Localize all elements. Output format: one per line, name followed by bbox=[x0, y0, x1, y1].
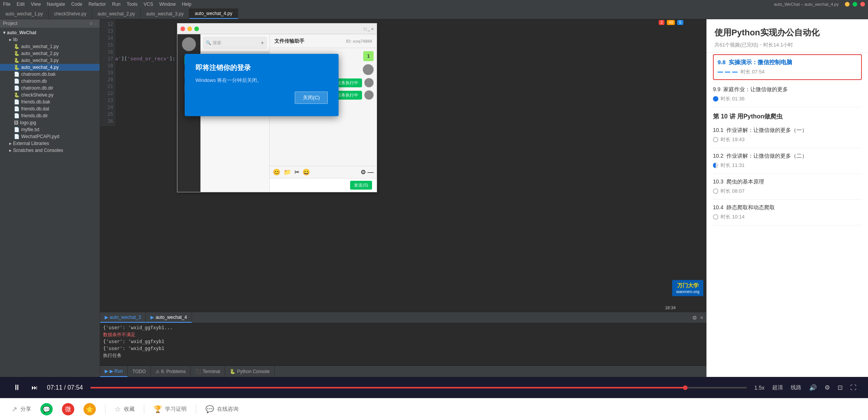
msg-avatar-2 bbox=[364, 78, 374, 87]
tab-auto-wechat-1[interactable]: auto_wechat_1.py bbox=[0, 8, 48, 19]
minimize-button[interactable] bbox=[845, 2, 850, 7]
share-social-wechat[interactable]: 💬 bbox=[40, 403, 53, 415]
pip-button[interactable]: ⊡ bbox=[838, 384, 843, 391]
tab-auto-wechat-3[interactable]: auto_wechat_3.py bbox=[141, 8, 189, 19]
speed-button[interactable]: 1.5x bbox=[754, 385, 765, 391]
tab-problems[interactable]: ⚠ 6: Problems bbox=[151, 366, 191, 377]
tree-item-file-2[interactable]: 🐍 auto_wechat_2.py bbox=[0, 50, 100, 57]
tree-item-friends-bak[interactable]: 📄 friends.db.bak bbox=[0, 98, 100, 105]
file-icon: 📄 bbox=[14, 134, 20, 139]
tree-item-checkshelve[interactable]: 🐍 checkShelve.py bbox=[0, 92, 100, 98]
skip-next-button[interactable]: ⏭ bbox=[30, 383, 39, 393]
menu-vcs[interactable]: VCS bbox=[144, 2, 153, 7]
menu-help[interactable]: Help bbox=[182, 2, 192, 7]
chat-settings-icon[interactable]: ⚙ bbox=[361, 168, 366, 176]
sticker-icon[interactable]: 😄 bbox=[302, 168, 310, 176]
lesson-10-4[interactable]: 10.4 静态爬取和动态爬取 时长 10:14 bbox=[713, 200, 862, 225]
tree-root[interactable]: ▾ auto_WeChat bbox=[0, 29, 100, 36]
lesson-10-2[interactable]: 10.2 作业讲解：让微信做的更多（二） 时长 11:31 bbox=[713, 148, 862, 174]
tree-item-file-4[interactable]: 🐍 auto_wechat_4.py bbox=[0, 64, 100, 71]
tree-item-label: chatroom.db.dir bbox=[21, 85, 53, 91]
lesson-9-9[interactable]: 9.9 家庭作业：让微信做的更多 时长 01:36 bbox=[713, 82, 862, 107]
tab-checkshelve[interactable]: checkShelve.py bbox=[48, 8, 92, 19]
progress-fill bbox=[90, 387, 688, 388]
consult-item[interactable]: 💬 在线咨询 bbox=[205, 405, 239, 413]
tree-item-friends-dat[interactable]: 📄 friends.db.dat bbox=[0, 105, 100, 112]
run-tab-4[interactable]: ▶ auto_wechat_4 bbox=[146, 312, 192, 323]
wechat-search[interactable]: 🔍 搜索 + bbox=[203, 37, 267, 49]
tree-item-logo[interactable]: 🖼 logo.jpg bbox=[0, 119, 100, 126]
tab-run[interactable]: ▶ ▶ Run bbox=[100, 366, 128, 377]
menu-code[interactable]: Code bbox=[71, 2, 82, 7]
tree-item-friends-dir[interactable]: 📄 friends.db.dir bbox=[0, 112, 100, 119]
add-contact-icon[interactable]: + bbox=[261, 40, 264, 46]
tree-item-wechatpyd[interactable]: 📄 WechatPCAPI.pyd bbox=[0, 133, 100, 140]
file-icon: 📄 bbox=[14, 113, 20, 118]
maximize-button[interactable] bbox=[853, 2, 857, 7]
file-icon: 📄 bbox=[14, 85, 20, 91]
chat-input[interactable] bbox=[274, 183, 350, 188]
bar-3 bbox=[732, 72, 738, 73]
share-item[interactable]: ↗ 分享 bbox=[12, 405, 31, 413]
progress-bar[interactable] bbox=[90, 387, 746, 388]
py-file-icon: 🐍 bbox=[14, 51, 20, 56]
close-button[interactable] bbox=[860, 2, 865, 7]
tree-item-scratches[interactable]: ▸ Scratches and Consoles bbox=[0, 147, 100, 154]
lesson-10-1[interactable]: 10.1 作业讲解：让微信做的更多（一） 时长 19:43 bbox=[713, 122, 862, 148]
certificate-item[interactable]: 🏆 学习证明 bbox=[154, 405, 187, 413]
close-console-icon[interactable]: × bbox=[700, 315, 703, 321]
menu-navigate[interactable]: Navigate bbox=[47, 2, 65, 7]
tab-python-console[interactable]: 🐍 Python Console bbox=[225, 366, 275, 377]
tree-item-chatroom-dir[interactable]: 📄 chatroom.db.dir bbox=[0, 85, 100, 92]
menu-tools[interactable]: Tools bbox=[127, 2, 137, 7]
settings-row: ⚙ — bbox=[361, 168, 374, 176]
console-line-1: {'user': 'wxid_ggfxyb1... bbox=[103, 324, 703, 331]
tree-item-lib[interactable]: ▸ lib bbox=[0, 36, 100, 43]
share-social-star[interactable]: ⭐ bbox=[83, 403, 96, 415]
tree-item-label: Scratches and Consoles bbox=[13, 148, 63, 153]
active-lesson-number: 9.8 bbox=[718, 59, 726, 65]
tree-item-external-libraries[interactable]: ▸ External Libraries bbox=[0, 140, 100, 147]
fullscreen-button[interactable]: ⛶ bbox=[850, 384, 856, 391]
action-bar: ↗ 分享 💬 微 ⭐ ☆ 收藏 🏆 学习证明 💬 在线咨询 bbox=[0, 398, 868, 420]
tree-item-label: auto_wechat_2.py bbox=[21, 51, 58, 56]
collect-item[interactable]: ☆ 收藏 bbox=[115, 405, 135, 413]
wechat-min-btn[interactable] bbox=[187, 27, 192, 31]
dialog-close-button[interactable]: 关闭(C) bbox=[295, 92, 328, 104]
settings-button[interactable]: ⚙ bbox=[825, 384, 830, 391]
menu-file[interactable]: File bbox=[3, 2, 10, 7]
menu-refactor[interactable]: Refactor bbox=[88, 2, 106, 7]
tree-item-myfile[interactable]: 📄 myfile.txt bbox=[0, 126, 100, 133]
run-tab-icon: ▶ bbox=[105, 368, 108, 374]
route-button[interactable]: 线路 bbox=[791, 384, 801, 391]
play-pause-button[interactable]: ⏸ bbox=[12, 382, 22, 393]
tree-item-chatroom-bak[interactable]: 📄 chatroom.db.bak bbox=[0, 71, 100, 78]
tree-item-file-3[interactable]: 🐍 auto_wechat_3.py bbox=[0, 57, 100, 64]
folder-icon[interactable]: 📁 bbox=[284, 168, 291, 176]
share-social-weibo[interactable]: 微 bbox=[62, 403, 74, 415]
scissors-icon[interactable]: ✂ bbox=[294, 168, 299, 176]
star-icon: ☆ bbox=[115, 405, 121, 413]
minimize-chat-icon[interactable]: — bbox=[367, 169, 374, 176]
quality-button[interactable]: 超清 bbox=[772, 384, 783, 391]
wechat-max-btn[interactable] bbox=[194, 27, 199, 31]
volume-icon[interactable]: 🔊 bbox=[809, 384, 817, 391]
wechat-close-btn[interactable] bbox=[180, 27, 185, 31]
tree-item-file-1[interactable]: 🐍 auto_wechat_1.py bbox=[0, 43, 100, 50]
tab-auto-wechat-4[interactable]: auto_wechat_4.py bbox=[189, 8, 238, 19]
menu-run[interactable]: Run bbox=[112, 2, 120, 7]
tree-item-chatroom-db[interactable]: 📄 chatroom.db bbox=[0, 78, 100, 85]
run-tab-active[interactable]: ▶ auto_wechat_3 bbox=[100, 312, 146, 323]
tab-auto-wechat-2[interactable]: auto_wechat_2.py bbox=[92, 8, 140, 19]
emoji-icon[interactable]: 😊 bbox=[273, 168, 280, 176]
menu-window[interactable]: Window bbox=[159, 2, 176, 7]
active-lesson-item[interactable]: 9.8 实操演示：微信控制电脑 时长 07:54 bbox=[713, 54, 862, 80]
tab-todo[interactable]: TODO bbox=[128, 366, 150, 377]
menu-edit[interactable]: Edit bbox=[17, 2, 25, 7]
send-button[interactable]: 发送(S) bbox=[350, 181, 372, 190]
menu-view[interactable]: View bbox=[31, 2, 41, 7]
tab-terminal[interactable]: ⬛ Terminal bbox=[191, 366, 225, 377]
lesson-10-3[interactable]: 10.3 爬虫的基本原理 时长 08:07 bbox=[713, 174, 862, 200]
settings-icon[interactable]: ⚙ bbox=[692, 315, 697, 321]
tree-item-label: auto_wechat_4.py bbox=[21, 65, 58, 70]
